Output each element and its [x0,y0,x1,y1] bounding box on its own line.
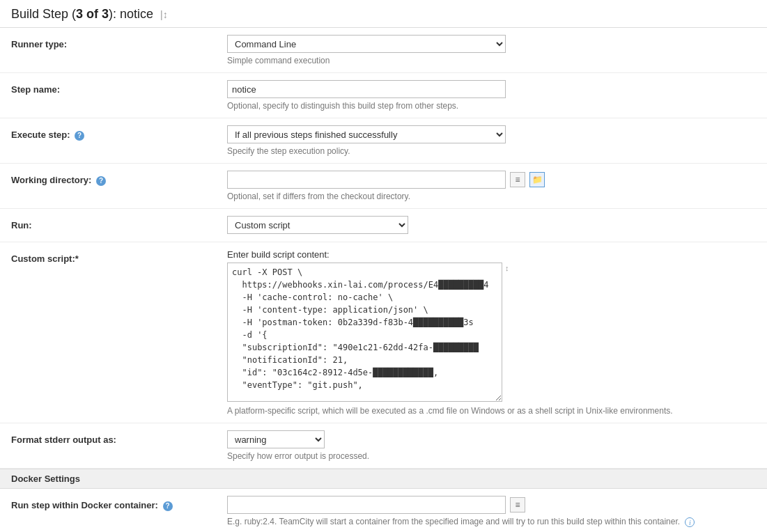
execute-step-hint: Specify the step execution policy. [227,146,756,156]
run-label: Run: [11,216,227,230]
execute-step-row: Execute step: ? If all previous steps fi… [0,118,767,164]
run-select[interactable]: Custom script [227,216,408,234]
step-name-content: Optional, specify to distinguish this bu… [227,80,756,111]
runner-type-row: Runner type: Command Line Simple command… [0,28,767,73]
docker-container-content: ≡ E.g. ruby:2.4. TeamCity will start a c… [227,496,756,527]
execute-step-select[interactable]: If all previous steps finished successfu… [227,125,506,143]
sort-icon[interactable]: |↕ [160,9,168,20]
runner-type-select[interactable]: Command Line [227,35,506,53]
custom-script-row: Custom script:* Enter build script conte… [0,242,767,423]
format-stderr-hint: Specify how error output is processed. [227,451,756,461]
page-title: Build Step (3 of 3): notice [11,7,153,22]
execute-step-content: If all previous steps finished successfu… [227,125,756,156]
docker-container-label: Run step within Docker container: ? [11,496,227,511]
custom-script-hint: A platform-specific script, which will b… [227,406,715,416]
working-directory-list-icon[interactable]: ≡ [510,172,525,187]
execute-step-help-icon[interactable]: ? [75,131,84,141]
working-directory-folder-icon[interactable]: 📁 [529,172,545,187]
docker-container-input[interactable] [227,496,506,514]
custom-script-label: Custom script:* [11,249,227,264]
custom-script-content: Enter build script content: curl -X POST… [227,249,756,416]
script-area-label: Enter build script content: [227,249,756,260]
execute-step-label: Execute step: ? [11,125,227,141]
working-directory-help-icon[interactable]: ? [96,176,106,186]
docker-hint-info-icon[interactable]: i [685,517,695,527]
format-stderr-content: warning Specify how error output is proc… [227,430,756,461]
docker-container-help-icon[interactable]: ? [163,501,173,511]
run-content: Custom script [227,216,756,234]
runner-type-content: Command Line Simple command execution [227,35,756,65]
step-name-input[interactable] [227,80,506,98]
working-directory-row: Working directory: ? ≡ 📁 Optional, set i… [0,164,767,209]
step-name-row: Step name: Optional, specify to distingu… [0,73,767,118]
working-directory-hint: Optional, set if differs from the checko… [227,191,756,201]
docker-settings-header: Docker Settings [0,469,767,489]
textarea-resize-icon: ↕ [505,264,509,272]
step-name-label: Step name: [11,80,227,95]
docker-container-hint: E.g. ruby:2.4. TeamCity will start a con… [227,517,715,527]
format-stderr-label: Format stderr output as: [11,430,227,445]
runner-type-hint: Simple command execution [227,56,756,65]
runner-type-label: Runner type: [11,35,227,49]
docker-container-row: Run step within Docker container: ? ≡ E.… [0,489,767,532]
custom-script-textarea[interactable]: curl -X POST \ https://webhooks.xin-lai.… [227,263,502,402]
run-row: Run: Custom script [0,209,767,242]
page-header: Build Step (3 of 3): notice |↕ [0,0,767,28]
format-stderr-row: Format stderr output as: warning Specify… [0,423,767,469]
format-stderr-select[interactable]: warning [227,430,325,448]
build-step-form: Runner type: Command Line Simple command… [0,28,767,532]
working-directory-content: ≡ 📁 Optional, set if differs from the ch… [227,171,756,201]
working-directory-input[interactable] [227,171,506,189]
working-directory-label: Working directory: ? [11,171,227,186]
step-name-hint: Optional, specify to distinguish this bu… [227,101,756,111]
docker-container-list-icon[interactable]: ≡ [510,497,525,513]
